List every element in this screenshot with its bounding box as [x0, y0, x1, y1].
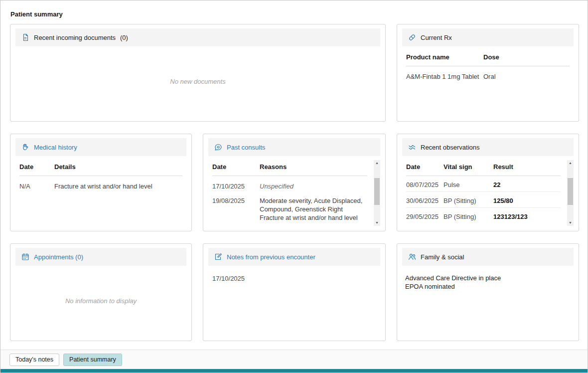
medical-history-table: Date Details N/A Fracture at wrist and/o… — [10, 156, 191, 190]
chat-bubble-icon — [214, 143, 222, 151]
card-header: Family & social — [402, 248, 574, 266]
past-consults-link[interactable]: Past consults — [227, 144, 265, 151]
card-header: Notes from previous encounter — [208, 248, 380, 266]
cell-date: 29/05/2025 — [406, 208, 443, 223]
cell-reason: Unspecified — [260, 176, 367, 190]
vertical-scrollbar[interactable]: ▲ ▼ — [567, 160, 574, 226]
cell-dose: Oral — [483, 66, 570, 81]
card-header: Past consults — [208, 138, 380, 156]
card-header: Recent incoming documents (0) — [15, 28, 380, 46]
scroll-down-arrow-icon[interactable]: ▼ — [567, 220, 574, 226]
family-social-body: Advanced Care Directive in place EPOA no… — [397, 266, 579, 291]
past-consults-table: Date Reasons 17/10/2025 Unspecified 19/0… — [203, 156, 385, 222]
column-header-date: Date — [19, 163, 54, 171]
current-rx-table: Product name Dose A&M-Fintab 1 1mg Table… — [397, 46, 579, 81]
calendar-icon — [21, 253, 29, 261]
footer-bar: Today's notes Patient summary — [0, 350, 588, 369]
column-header-details: Details — [54, 163, 182, 171]
cell-date: N/A — [19, 176, 54, 190]
family-social-line: Advanced Care Directive in place — [405, 274, 571, 282]
hand-history-icon — [21, 143, 29, 151]
card-recent-observations: Recent observations Date Vital sign Resu… — [397, 134, 579, 231]
card-title: Current Rx — [421, 34, 452, 41]
column-header-dose: Dose — [483, 53, 570, 61]
appointments-link[interactable]: Appointments (0) — [34, 253, 83, 261]
card-title-count: (0) — [120, 34, 128, 41]
people-icon — [408, 253, 416, 261]
table-row: 17/10/2025 Unspecified — [212, 176, 367, 190]
patient-summary-screen: Patient summary Recent incoming document… — [0, 0, 588, 373]
table-row: 29/05/2025 BP (Sitting) 123123/123 — [406, 208, 561, 223]
page-title: Patient summary — [0, 0, 588, 24]
cell-result: 123123/123 — [493, 208, 561, 223]
table-row: N/A Fracture at wrist and/or hand level — [19, 176, 182, 190]
note-edit-icon — [214, 253, 222, 261]
cell-result: 125/80 — [493, 192, 561, 207]
observations-table: Date Vital sign Result 08/07/2025 Pulse … — [397, 156, 579, 223]
cell-reason: Moderate severity, Acute Displaced, Comp… — [260, 190, 367, 222]
cell-vital-sign: Pulse — [443, 176, 493, 191]
cell-date: 17/10/2025 — [212, 176, 260, 190]
card-appointments: Appointments (0) No information to displ… — [10, 243, 192, 341]
scroll-up-arrow-icon[interactable]: ▲ — [567, 160, 574, 166]
card-title: Family & social — [421, 253, 464, 261]
scrollbar-track[interactable] — [567, 166, 574, 220]
table-row: 30/06/2025 BP (Sitting) 125/80 — [406, 192, 561, 208]
column-header-product-name: Product name — [406, 53, 483, 61]
column-header-reasons: Reasons — [260, 163, 367, 171]
chart-line-icon — [408, 143, 416, 151]
card-medical-history: Medical history Date Details N/A Fractur… — [10, 134, 192, 231]
cell-details: Fracture at wrist and/or hand level — [54, 176, 182, 190]
card-header: Medical history — [15, 138, 186, 156]
card-past-consults: Past consults Date Reasons 17/10/2025 Un… — [203, 134, 386, 231]
column-header-date: Date — [406, 163, 443, 171]
card-title: Recent observations — [421, 144, 480, 151]
bottom-accent-bar — [0, 369, 588, 373]
table-row: 08/07/2025 Pulse 22 — [406, 176, 561, 192]
scrollbar-thumb[interactable] — [568, 178, 573, 205]
table-row: 19/08/2025 Moderate severity, Acute Disp… — [212, 190, 367, 222]
scrollbar-track[interactable] — [374, 166, 380, 220]
cell-result: 22 — [493, 176, 561, 191]
notes-previous-encounter-link[interactable]: Notes from previous encounter — [227, 253, 315, 261]
card-header: Appointments (0) — [15, 248, 186, 266]
card-header: Current Rx — [402, 28, 574, 46]
scroll-up-arrow-icon[interactable]: ▲ — [374, 160, 380, 166]
family-social-line: EPOA nominated — [405, 282, 571, 291]
column-header-result: Result — [493, 163, 561, 171]
cards-grid: Recent incoming documents (0) No new doc… — [10, 24, 578, 341]
cell-vital-sign: BP (Sitting) — [443, 192, 493, 207]
scroll-down-arrow-icon[interactable]: ▼ — [374, 220, 380, 226]
todays-notes-button[interactable]: Today's notes — [9, 354, 59, 366]
vertical-scrollbar[interactable]: ▲ ▼ — [374, 160, 380, 226]
card-recent-incoming-documents: Recent incoming documents (0) No new doc… — [10, 24, 386, 122]
cell-date: 19/08/2025 — [212, 190, 260, 222]
cell-vital-sign: BP (Sitting) — [443, 208, 493, 223]
table-header-row: Product name Dose — [406, 49, 570, 66]
table-row: A&M-Fintab 1 1mg Tablet Oral — [406, 66, 570, 81]
medical-history-link[interactable]: Medical history — [34, 144, 77, 151]
table-header-row: Date Reasons — [212, 159, 367, 176]
scrollbar-thumb[interactable] — [374, 178, 380, 205]
rx-pill-icon — [408, 33, 416, 41]
empty-state-text: No new documents — [10, 46, 385, 121]
card-notes-previous-encounter: Notes from previous encounter 17/10/2025 — [203, 243, 386, 341]
card-header: Recent observations — [402, 138, 574, 156]
empty-state-text: No information to display — [10, 266, 191, 341]
card-title: Recent incoming documents — [34, 34, 116, 41]
notes-date: 17/10/2025 — [203, 266, 385, 291]
card-current-rx: Current Rx Product name Dose A&M-Fintab … — [397, 24, 579, 122]
cell-date: 08/07/2025 — [406, 176, 443, 191]
cell-date: 30/06/2025 — [406, 192, 443, 207]
column-header-date: Date — [212, 163, 260, 171]
table-header-row: Date Vital sign Result — [406, 159, 561, 176]
cell-product-name: A&M-Fintab 1 1mg Tablet — [406, 66, 483, 81]
incoming-document-icon — [21, 33, 29, 41]
table-header-row: Date Details — [19, 159, 182, 176]
column-header-vital-sign: Vital sign — [443, 163, 493, 171]
card-family-social: Family & social Advanced Care Directive … — [397, 243, 579, 341]
patient-summary-button[interactable]: Patient summary — [63, 354, 122, 366]
